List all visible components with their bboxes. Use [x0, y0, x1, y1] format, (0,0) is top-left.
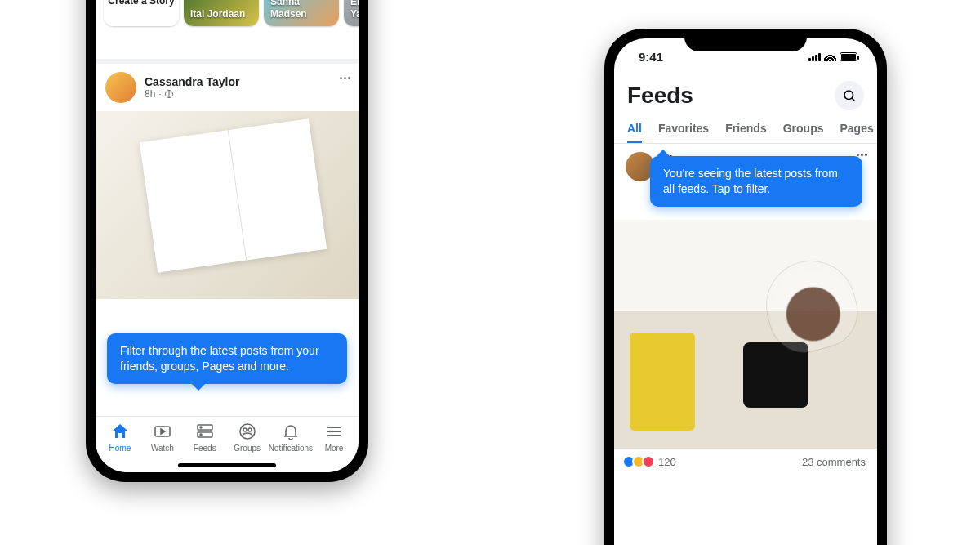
- feeds-tabs: All Favorites Friends Groups Pages: [614, 115, 877, 144]
- feeds-header: Feeds: [614, 74, 877, 115]
- love-reaction-icon: [642, 455, 655, 468]
- nav-feeds[interactable]: Feeds: [184, 422, 226, 469]
- watch-icon: [153, 422, 172, 441]
- search-button[interactable]: [835, 81, 864, 110]
- post-footer: 120 23 comments: [614, 449, 877, 475]
- post-menu-button[interactable]: [857, 154, 867, 156]
- svg-point-6: [243, 428, 247, 431]
- nav-label: Home: [109, 444, 131, 453]
- nav-watch[interactable]: Watch: [141, 422, 184, 469]
- story-author-label: Sanna Madsen: [270, 0, 332, 20]
- nav-label: Notifications: [269, 444, 313, 453]
- nav-label: Groups: [234, 444, 261, 453]
- reactions[interactable]: 120: [626, 455, 676, 468]
- story-item[interactable]: Itai Jordaan: [184, 0, 259, 26]
- avatar[interactable]: [105, 72, 136, 103]
- svg-point-7: [248, 428, 252, 431]
- tab-friends[interactable]: Friends: [725, 115, 767, 143]
- phone-screen-left: + Create a Story Itai Jordaan Sanna Mads…: [96, 0, 359, 472]
- story-item[interactable]: Sanna Madsen: [264, 0, 339, 26]
- comment-count[interactable]: 23 comments: [802, 456, 866, 468]
- story-create-label: Create a Story: [104, 0, 179, 26]
- tooltip-text: You're seeing the latest posts from all …: [663, 167, 838, 195]
- reaction-count: 120: [658, 456, 676, 468]
- battery-icon: [840, 52, 858, 61]
- tab-groups[interactable]: Groups: [783, 115, 824, 143]
- post-image[interactable]: [96, 111, 359, 299]
- search-icon: [842, 88, 857, 103]
- stories-row[interactable]: + Create a Story Itai Jordaan Sanna Mads…: [96, 0, 359, 34]
- nav-label: Feeds: [194, 444, 216, 453]
- wifi-icon: [824, 52, 836, 61]
- phone-mockup-right: 9:41 Feeds All Favorites Friends Groups …: [604, 29, 887, 545]
- post-card: Cassandra Taylor 8h ·: [96, 59, 359, 299]
- feeds-tooltip[interactable]: Filter through the latest posts from you…: [107, 333, 347, 384]
- home-indicator[interactable]: [96, 463, 359, 467]
- nav-label: Watch: [151, 444, 174, 453]
- book-illustration: [140, 118, 327, 273]
- post-meta: 8h ·: [145, 88, 239, 100]
- home-icon: [110, 422, 130, 441]
- feeds-icon: [195, 422, 215, 441]
- post-image[interactable]: [614, 220, 877, 449]
- nav-notifications[interactable]: Notifications: [269, 422, 313, 469]
- bell-icon: [281, 422, 301, 441]
- svg-point-4: [200, 434, 202, 436]
- nav-groups[interactable]: Groups: [226, 422, 269, 469]
- globe-icon: [165, 90, 173, 98]
- groups-icon: [238, 422, 257, 441]
- nav-more[interactable]: More: [313, 422, 355, 469]
- tab-all[interactable]: All: [627, 115, 642, 143]
- phone-screen-right: 9:41 Feeds All Favorites Friends Groups …: [614, 38, 877, 545]
- tab-pages[interactable]: Pages: [840, 115, 874, 143]
- svg-point-3: [200, 427, 202, 428]
- svg-point-8: [844, 91, 853, 100]
- story-author-label: Eitan Yama: [350, 0, 359, 20]
- status-time: 9:41: [639, 50, 663, 64]
- nav-home[interactable]: Home: [99, 422, 141, 469]
- post-header: Cassandra Taylor 8h ·: [96, 64, 359, 111]
- post-age: 8h: [145, 88, 155, 100]
- story-author-label: Itai Jordaan: [190, 8, 252, 20]
- svg-point-5: [240, 424, 255, 439]
- phone-mockup-left: + Create a Story Itai Jordaan Sanna Mads…: [86, 0, 368, 482]
- menu-icon: [324, 422, 344, 441]
- story-create[interactable]: + Create a Story: [104, 0, 179, 26]
- feeds-filter-tooltip[interactable]: You're seeing the latest posts from all …: [650, 156, 862, 207]
- coffee-bag-illustration: [630, 333, 695, 431]
- story-item[interactable]: Eitan Yama: [344, 0, 359, 26]
- page-title: Feeds: [627, 83, 693, 109]
- phone-notch: [684, 29, 807, 51]
- tab-favorites[interactable]: Favorites: [658, 115, 709, 143]
- signal-icon: [808, 50, 821, 64]
- post-author[interactable]: Cassandra Taylor: [145, 75, 239, 88]
- nav-label: More: [325, 444, 344, 453]
- tooltip-text: Filter through the latest posts from you…: [120, 344, 319, 373]
- post-menu-button[interactable]: [340, 77, 350, 79]
